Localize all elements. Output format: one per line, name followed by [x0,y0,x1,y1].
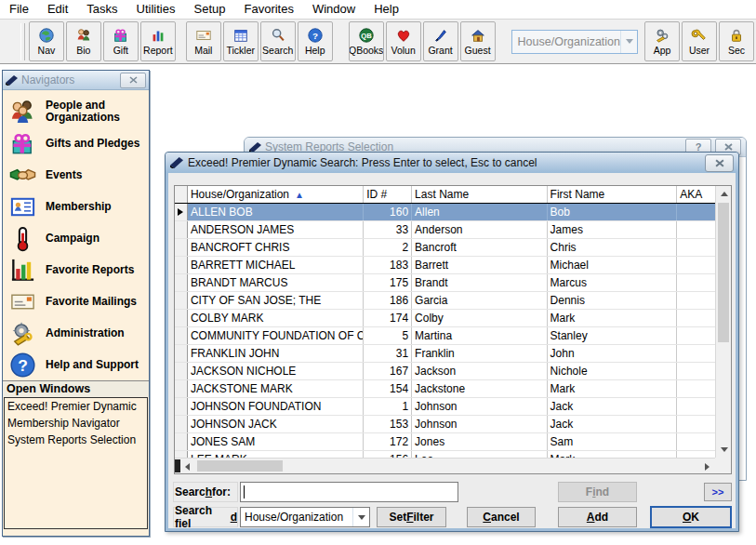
column-header-aka[interactable]: AKA [677,186,715,203]
row-selector[interactable] [175,433,188,450]
cell-first: Bob [548,204,678,220]
row-selector[interactable] [175,239,188,256]
table-row[interactable]: COMMUNITY FOUNDATION OF COPP 5 Martina S… [175,327,715,345]
ok-button[interactable]: OK [650,506,732,528]
menu-tasks[interactable]: Tasks [77,0,126,19]
table-row[interactable]: JACKSON NICHOLE 167 Jackson Nichole [175,363,715,380]
set-filter-button[interactable]: Set Filter [377,507,446,527]
find-button[interactable]: Find [558,482,637,502]
sidebar-item-campaign[interactable]: Campaign [3,222,149,254]
open-window-item[interactable]: Membership Navigator [5,415,147,432]
table-row[interactable]: FRANKLIN JOHN 31 Franklin John [175,345,715,363]
table-row[interactable]: JACKSTONE MARK 154 Jackstone Mark [175,380,715,398]
menu-edit[interactable]: Edit [38,0,77,19]
sidebar-item-membership[interactable]: Membership [3,191,149,222]
table-row[interactable]: JOHNSON FOUNDATION 1 Johnson Jack [175,398,715,416]
menu-help[interactable]: Help [365,0,408,19]
toolbar-button-label: Help [305,45,325,56]
row-selector[interactable] [175,451,188,458]
toolbar-search-type-dropdown[interactable]: House/Organization [511,30,638,54]
row-selector[interactable] [175,274,188,291]
sidebar-item-help-support[interactable]: ? Help and Support [3,349,149,380]
vertical-scroll-thumb[interactable] [718,203,729,342]
add-button[interactable]: Add [558,507,637,527]
more-options-button[interactable]: >> [704,483,732,501]
sidebar-item-people[interactable]: People and Organizations [3,96,149,127]
row-selector[interactable] [175,398,188,415]
volun-button[interactable]: Volun [386,21,421,61]
chevron-down-icon[interactable] [620,31,637,53]
row-selector[interactable] [175,221,188,238]
sidebar-item-events[interactable]: Events [3,159,149,191]
table-row[interactable]: BARRETT MICHAEL 183 Barrett Michael [175,257,715,274]
navigators-titlebar[interactable]: Navigators [3,71,149,90]
sidebar-item-favorite-mailings[interactable]: Favorite Mailings [3,286,149,317]
question-icon: ? [9,352,36,379]
table-row[interactable]: CITY OF SAN JOSE; THE 186 Garcia Dennis [175,292,715,310]
user-button[interactable]: User [682,21,717,61]
horizontal-scrollbar[interactable] [175,458,715,473]
tickler-button[interactable]: Tickler [223,21,259,61]
gear-wrench-icon [9,320,36,347]
table-row[interactable]: LEE MARK 156 Lee Mark [175,451,715,458]
cancel-button[interactable]: Cancel [467,507,536,527]
help-button[interactable]: ? Help [298,21,333,61]
row-selector[interactable] [175,363,188,379]
horizontal-scroll-thumb[interactable] [197,460,283,472]
pen-icon [432,27,449,44]
open-window-item[interactable]: System Reports Selection [5,432,147,448]
row-selector[interactable] [175,204,188,220]
row-selector[interactable] [175,292,188,309]
sidebar-item-gifts[interactable]: Gifts and Pledges [3,127,149,159]
column-header-id[interactable]: ID # [364,186,412,203]
report-button[interactable]: Report [140,21,176,61]
mail-button[interactable]: Mail [186,21,221,61]
sidebar-item-administration[interactable]: Administration [3,317,149,349]
app-button[interactable]: App [644,21,680,61]
scroll-up-icon[interactable] [716,186,732,202]
grant-button[interactable]: Grant [423,21,458,61]
table-row[interactable]: ANDERSON JAMES 33 Anderson James [175,221,715,239]
close-button[interactable] [705,154,734,172]
menu-favorites[interactable]: Favorites [234,0,302,19]
qbooks-button[interactable]: QB QBooks [349,21,384,61]
menu-utilities[interactable]: Utilities [127,0,185,19]
menu-file[interactable]: File [0,0,38,19]
chevron-down-icon[interactable] [352,508,369,526]
row-selector[interactable] [175,257,188,273]
search-input[interactable] [240,482,458,502]
table-row[interactable]: COLBY MARK 174 Colby Mark [175,310,715,327]
row-selector[interactable] [175,345,188,362]
table-row[interactable]: JOHNSON JACK 153 Johnson Jack [175,416,715,433]
row-selector[interactable] [175,380,188,397]
bio-button[interactable]: Bio [66,21,101,61]
search-field-dropdown[interactable]: House/Organization [240,507,370,527]
scroll-down-icon[interactable] [716,442,732,458]
search-button[interactable]: Search [260,21,296,61]
row-selector[interactable] [175,310,188,326]
column-header-first[interactable]: First Name [548,186,678,203]
row-selector[interactable] [175,416,188,432]
row-selector[interactable] [175,327,188,344]
sidebar-item-favorite-reports[interactable]: Favorite Reports [3,254,149,286]
table-row[interactable]: BANCROFT CHRIS 2 Bancroft Chris [175,239,715,257]
toolbar-grip[interactable] [20,23,25,60]
scroll-right-icon[interactable] [699,459,715,474]
dialog-titlebar[interactable]: Exceed! Premier Dynamic Search: Press En… [166,153,738,173]
menu-window[interactable]: Window [303,0,365,19]
table-row[interactable]: ALLEN BOB 160 Allen Bob [175,204,715,221]
column-header-last[interactable]: Last Name [412,186,548,203]
table-row[interactable]: JONES SAM 172 Jones Sam [175,433,715,451]
scroll-left-icon[interactable] [179,459,195,474]
column-header-org[interactable]: House/Organization▲ [188,186,364,203]
vertical-scrollbar[interactable] [715,186,731,458]
sec-button[interactable]: Sec [719,21,754,61]
menu-setup[interactable]: Setup [185,0,235,19]
nav-button[interactable]: Nav [29,21,64,61]
table-row[interactable]: BRANDT MARCUS 175 Brandt Marcus [175,274,715,292]
gift-button[interactable]: Gift [103,21,139,61]
heart-icon [395,27,412,44]
guest-button[interactable]: Guest [460,21,496,61]
close-button[interactable] [120,73,146,88]
open-window-item[interactable]: Exceed! Premier Dynamic [5,398,147,415]
